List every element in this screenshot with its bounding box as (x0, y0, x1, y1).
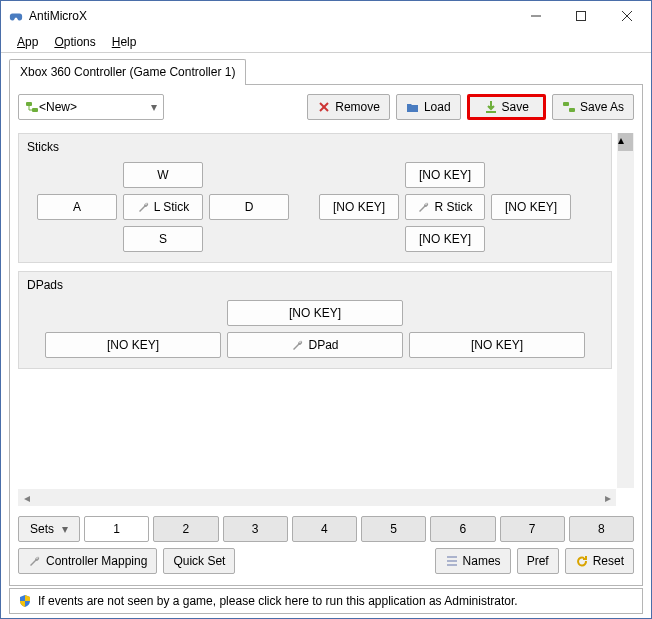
maximize-button[interactable] (558, 1, 603, 31)
dpad-up[interactable]: [NO KEY] (227, 300, 403, 326)
set-2[interactable]: 2 (153, 516, 218, 542)
controller-mapping-button[interactable]: Controller Mapping (18, 548, 157, 574)
svg-rect-5 (32, 108, 38, 112)
chevron-down-icon: ▾ (62, 522, 68, 536)
dpads-group: DPads [NO KEY] [NO KEY] DPad [NO KEY] (18, 271, 612, 369)
app-icon (9, 9, 23, 23)
lstick-center[interactable]: L Stick (123, 194, 203, 220)
pref-button[interactable]: Pref (517, 548, 559, 574)
menu-help[interactable]: Help (104, 33, 145, 51)
rstick-right[interactable]: [NO KEY] (491, 194, 571, 220)
scrollbar-thumb-icon: ▴ (618, 133, 633, 151)
svg-rect-11 (563, 102, 569, 106)
set-5[interactable]: 5 (361, 516, 426, 542)
set-8[interactable]: 8 (569, 516, 634, 542)
wrench-icon (291, 338, 305, 352)
menu-app[interactable]: App (9, 33, 46, 51)
save-icon (484, 100, 498, 114)
titlebar: AntiMicroX (1, 1, 651, 31)
quick-set-button[interactable]: Quick Set (163, 548, 235, 574)
reset-button[interactable]: Reset (565, 548, 634, 574)
save-button[interactable]: Save (467, 94, 546, 120)
profile-icon (25, 100, 39, 114)
remove-button[interactable]: Remove (307, 94, 390, 120)
menubar: App Options Help (1, 31, 651, 53)
window-controls (513, 1, 651, 31)
lstick-down[interactable]: S (123, 226, 203, 252)
sets-dropdown[interactable]: Sets▾ (18, 516, 80, 542)
status-text: If events are not seen by a game, please… (38, 594, 518, 608)
dpads-title: DPads (27, 278, 603, 292)
names-button[interactable]: Names (435, 548, 511, 574)
set-3[interactable]: 3 (223, 516, 288, 542)
mapping-scrollpane: Sticks W A L Stick D S (18, 133, 634, 506)
sticks-title: Sticks (27, 140, 603, 154)
rstick-left[interactable]: [NO KEY] (319, 194, 399, 220)
sets-row: Sets▾ 1 2 3 4 5 6 7 8 (18, 516, 634, 542)
svg-rect-4 (26, 102, 32, 106)
svg-rect-12 (569, 108, 575, 112)
profile-selected: <New> (39, 100, 151, 114)
menu-options[interactable]: Options (46, 33, 103, 51)
tab-label: Xbox 360 Controller (Game Controller 1) (20, 65, 235, 79)
wrench-icon (28, 554, 42, 568)
mapping-area: Sticks W A L Stick D S (18, 133, 616, 488)
save-as-button[interactable]: Save As (552, 94, 634, 120)
rstick-down[interactable]: [NO KEY] (405, 226, 485, 252)
list-icon (445, 554, 459, 568)
wrench-icon (417, 200, 431, 214)
left-stick: W A L Stick D S (27, 162, 289, 252)
window-title: AntiMicroX (29, 9, 513, 23)
close-button[interactable] (603, 1, 651, 31)
folder-open-icon (406, 100, 420, 114)
shield-icon (18, 594, 32, 608)
dpad-left[interactable]: [NO KEY] (45, 332, 221, 358)
set-7[interactable]: 7 (500, 516, 565, 542)
vertical-scrollbar[interactable]: ▴ (617, 133, 634, 488)
set-4[interactable]: 4 (292, 516, 357, 542)
wrench-icon (137, 200, 151, 214)
chevron-down-icon: ▾ (151, 100, 157, 114)
lstick-left[interactable]: A (37, 194, 117, 220)
reset-icon (575, 554, 589, 568)
tabbar: Xbox 360 Controller (Game Controller 1) (9, 59, 643, 85)
tab-body: <New> ▾ Remove Load Save Save As Sticks (9, 84, 643, 586)
minimize-button[interactable] (513, 1, 558, 31)
dpad-center[interactable]: DPad (227, 332, 403, 358)
svg-rect-1 (576, 12, 585, 21)
sticks-grid: W A L Stick D S [NO KE (27, 162, 603, 252)
scroll-right-icon: ▸ (599, 489, 616, 506)
horizontal-scrollbar[interactable]: ◂ ▸ (18, 489, 616, 506)
bottom-controls: Sets▾ 1 2 3 4 5 6 7 8 Controller Mapping… (18, 506, 634, 580)
set-1[interactable]: 1 (84, 516, 149, 542)
profile-row: <New> ▾ Remove Load Save Save As (18, 92, 634, 122)
tab-controller[interactable]: Xbox 360 Controller (Game Controller 1) (9, 59, 246, 85)
dpad-right[interactable]: [NO KEY] (409, 332, 585, 358)
remove-icon (317, 100, 331, 114)
scroll-left-icon: ◂ (18, 489, 35, 506)
content-area: Xbox 360 Controller (Game Controller 1) … (1, 53, 651, 618)
dpads-grid: [NO KEY] [NO KEY] DPad [NO KEY] (27, 300, 603, 358)
status-bar[interactable]: If events are not seen by a game, please… (9, 588, 643, 614)
set-6[interactable]: 6 (430, 516, 495, 542)
sticks-group: Sticks W A L Stick D S (18, 133, 612, 263)
rstick-up[interactable]: [NO KEY] (405, 162, 485, 188)
profile-combo[interactable]: <New> ▾ (18, 94, 164, 120)
lstick-up[interactable]: W (123, 162, 203, 188)
load-button[interactable]: Load (396, 94, 461, 120)
lstick-right[interactable]: D (209, 194, 289, 220)
control-row: Controller Mapping Quick Set Names Pref … (18, 548, 634, 574)
right-stick: [NO KEY] [NO KEY] R Stick [NO KEY] [NO K… (319, 162, 571, 252)
app-window: AntiMicroX App Options Help Xbox 360 Con… (0, 0, 652, 619)
save-as-icon (562, 100, 576, 114)
rstick-center[interactable]: R Stick (405, 194, 485, 220)
svg-rect-10 (486, 111, 496, 113)
